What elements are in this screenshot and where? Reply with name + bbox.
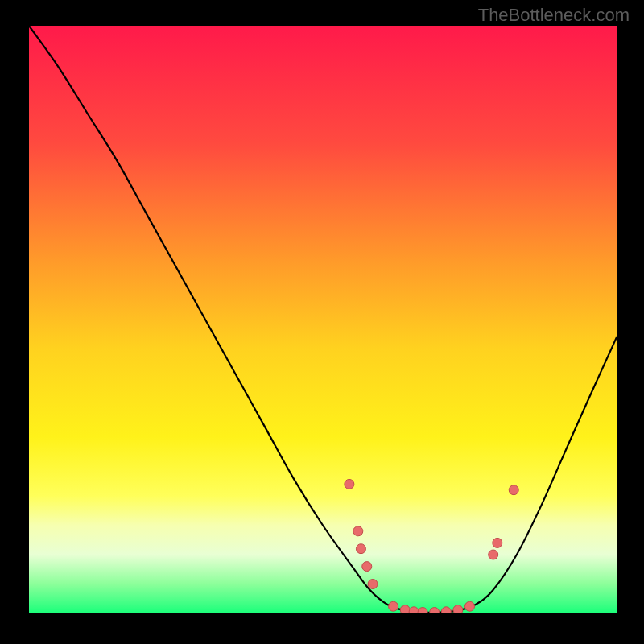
chart-plot-area xyxy=(29,26,617,613)
data-point xyxy=(389,601,398,611)
watermark-text: TheBottleneck.com xyxy=(478,5,630,26)
data-point xyxy=(356,544,365,554)
data-point xyxy=(489,550,498,559)
data-point xyxy=(493,538,502,547)
data-point xyxy=(453,605,463,613)
data-point xyxy=(400,605,410,613)
data-point xyxy=(441,607,451,613)
data-point xyxy=(465,601,475,611)
data-point xyxy=(430,608,440,613)
chart-scatter-points xyxy=(29,26,617,613)
data-point xyxy=(409,607,419,613)
data-point xyxy=(418,608,427,613)
data-point xyxy=(368,580,378,589)
data-point xyxy=(353,526,363,536)
data-point xyxy=(345,479,354,489)
data-point xyxy=(509,485,518,495)
data-point xyxy=(362,562,372,572)
